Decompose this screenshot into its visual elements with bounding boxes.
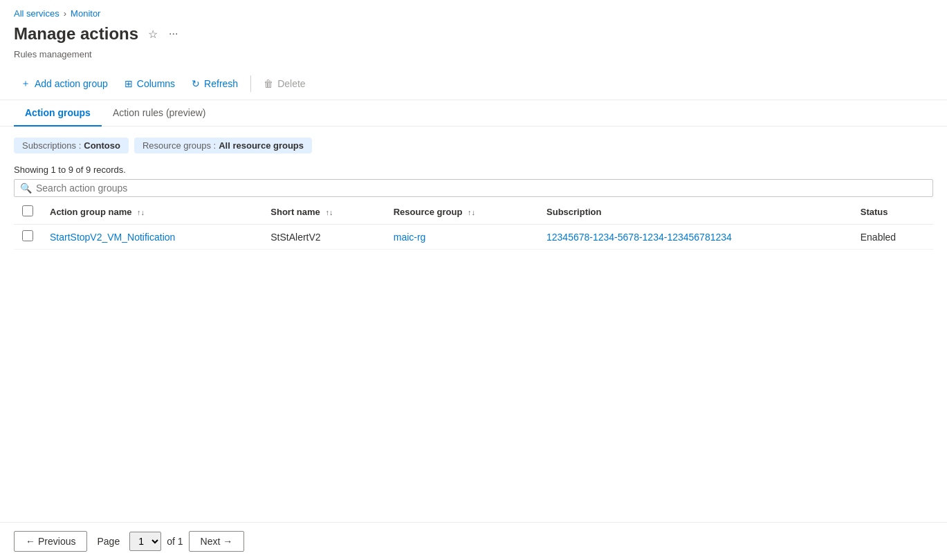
columns-icon: ⊞	[125, 78, 133, 89]
columns-button[interactable]: ⊞ Columns	[118, 74, 182, 93]
filter-resource-groups-label: Resource groups :	[142, 140, 216, 151]
filter-resource-groups-value: All resource groups	[219, 140, 304, 151]
sort-icon-name: ↑↓	[137, 208, 145, 216]
breadcrumb: All services › Monitor	[0, 0, 947, 21]
pin-button[interactable]: ☆	[145, 26, 160, 42]
search-input[interactable]	[36, 183, 927, 194]
page-title: Manage actions	[14, 24, 138, 44]
page-header: Manage actions ☆ ···	[0, 21, 947, 49]
plus-icon: ＋	[21, 77, 30, 90]
header-status: Status	[852, 200, 933, 225]
row-resource-group: maic-rg	[385, 225, 538, 250]
table-header-row: Action group name ↑↓ Short name ↑↓ Resou…	[14, 200, 933, 225]
refresh-icon: ↻	[192, 78, 200, 89]
select-all-checkbox[interactable]	[22, 205, 33, 216]
row-subscription-link[interactable]: 12345678-1234-5678-1234-123456781234	[546, 232, 732, 243]
add-action-group-label: Add action group	[35, 78, 108, 89]
table-container: Action group name ↑↓ Short name ↑↓ Resou…	[0, 200, 947, 250]
table-body: StartStopV2_VM_Notification StStAlertV2 …	[14, 225, 933, 250]
columns-label: Columns	[137, 78, 175, 89]
tab-action-rules[interactable]: Action rules (preview)	[102, 100, 217, 127]
action-groups-table: Action group name ↑↓ Short name ↑↓ Resou…	[14, 200, 933, 250]
search-bar: 🔍	[14, 179, 933, 197]
header-short-name[interactable]: Short name ↑↓	[262, 200, 385, 225]
toolbar-separator	[250, 75, 251, 92]
row-name-link[interactable]: StartStopV2_VM_Notification	[50, 232, 175, 243]
filter-subscriptions-value: Contoso	[84, 140, 120, 151]
header-icons: ☆ ···	[145, 26, 181, 42]
search-icon: 🔍	[20, 183, 32, 194]
tabs-bar: Action groups Action rules (preview)	[0, 100, 947, 127]
header-resource-group[interactable]: Resource group ↑↓	[385, 200, 538, 225]
header-action-group-name[interactable]: Action group name ↑↓	[42, 200, 262, 225]
row-subscription: 12345678-1234-5678-1234-123456781234	[538, 225, 852, 250]
records-info: Showing 1 to 9 of 9 records.	[0, 159, 947, 179]
filter-resource-groups[interactable]: Resource groups : All resource groups	[134, 138, 312, 153]
row-resource-group-link[interactable]: maic-rg	[394, 232, 426, 243]
table-row: StartStopV2_VM_Notification StStAlertV2 …	[14, 225, 933, 250]
header-checkbox-col	[14, 200, 42, 225]
row-checkbox-cell	[14, 225, 42, 250]
breadcrumb-sep-1: ›	[64, 8, 66, 19]
page-subtitle: Rules management	[0, 49, 947, 68]
breadcrumb-all-services[interactable]: All services	[14, 8, 59, 19]
row-checkbox[interactable]	[22, 230, 33, 241]
header-subscription: Subscription	[538, 200, 852, 225]
row-short-name: StStAlertV2	[262, 225, 385, 250]
refresh-label: Refresh	[204, 78, 238, 89]
tab-action-groups[interactable]: Action groups	[14, 100, 102, 127]
sort-icon-short: ↑↓	[325, 208, 333, 216]
filter-bar: Subscriptions : Contoso Resource groups …	[0, 127, 947, 159]
breadcrumb-monitor[interactable]: Monitor	[71, 8, 100, 19]
add-action-group-button[interactable]: ＋ Add action group	[14, 73, 115, 94]
sort-icon-rg: ↑↓	[468, 208, 475, 216]
row-status: Enabled	[852, 225, 933, 250]
more-options-button[interactable]: ···	[166, 26, 181, 41]
delete-label: Delete	[277, 78, 305, 89]
toolbar: ＋ Add action group ⊞ Columns ↻ Refresh 🗑…	[0, 68, 947, 100]
delete-icon: 🗑	[264, 78, 273, 89]
filter-subscriptions[interactable]: Subscriptions : Contoso	[14, 138, 129, 153]
filter-subscriptions-label: Subscriptions :	[22, 140, 81, 151]
refresh-button[interactable]: ↻ Refresh	[185, 74, 245, 93]
row-name: StartStopV2_VM_Notification	[42, 225, 262, 250]
delete-button[interactable]: 🗑 Delete	[257, 74, 312, 93]
